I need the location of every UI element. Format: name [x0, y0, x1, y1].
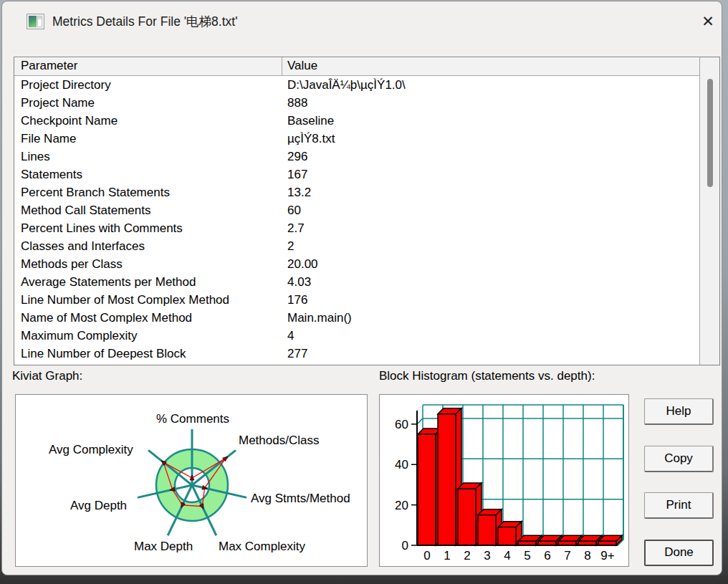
table-row[interactable]: File NameµçÌÝ8.txt — [14, 130, 700, 148]
value-cell: 20.00 — [282, 255, 700, 273]
kiviat-axis-label: Methods/Class — [239, 434, 319, 447]
param-cell: Method Call Statements — [14, 201, 282, 219]
value-cell: 4 — [282, 327, 700, 345]
window-title: Metrics Details For File '电梯8.txt' — [52, 1, 238, 42]
table-row[interactable]: Method Call Statements60 — [14, 201, 700, 219]
scrollbar-thumb[interactable] — [707, 79, 713, 187]
histogram-xtick-label: 1 — [444, 549, 450, 563]
histogram-xtick-label: 7 — [564, 549, 570, 563]
table-row[interactable]: Line Number of Deepest Block277 — [14, 345, 700, 363]
table-row[interactable]: Statements167 — [14, 166, 700, 183]
kiviat-axis-label: Avg Complexity — [49, 443, 133, 456]
kiviat-axis-label: % Comments — [156, 412, 229, 426]
value-cell: µçÌÝ8.txt — [282, 130, 700, 148]
column-header-value[interactable]: Value — [282, 57, 700, 75]
histogram-ytick-label: 0 — [402, 539, 408, 552]
table-body: Project DirectoryD:\JavaÎÄ¼þ\µçÌÝ1.0\Pro… — [14, 76, 700, 365]
print-button[interactable]: Print — [644, 492, 714, 519]
param-cell: Line Number of Deepest Block — [14, 345, 282, 363]
table-row[interactable]: Checkpoint NameBaseline — [14, 112, 700, 130]
param-cell: Methods per Class — [14, 255, 282, 273]
param-cell: Average Statements per Method — [14, 273, 282, 291]
value-cell: Main.main() — [282, 309, 700, 327]
histogram-xtick-label: 9+ — [600, 549, 614, 563]
table-row[interactable]: Line Number of Most Complex Method176 — [14, 291, 700, 309]
block-histogram-panel: 02040600123456789+ — [379, 394, 629, 567]
param-cell: Project Directory — [14, 76, 282, 94]
metrics-details-dialog: Metrics Details For File '电梯8.txt' ✕ Par… — [1, 1, 722, 575]
vertical-scrollbar[interactable] — [699, 57, 719, 365]
column-header-parameter[interactable]: Parameter — [14, 57, 282, 75]
histogram-ytick-label: 40 — [395, 458, 408, 471]
histogram-xtick-label: 2 — [464, 549, 470, 563]
param-cell: Name of Most Complex Method — [14, 309, 282, 327]
param-cell: Lines — [14, 148, 282, 166]
value-cell: Baseline — [282, 112, 700, 130]
table-row[interactable]: Percent Lines with Comments2.7 — [14, 219, 700, 237]
done-button[interactable]: Done — [644, 540, 714, 566]
table-row[interactable]: Lines296 — [14, 148, 700, 166]
app-icon-screen — [29, 16, 37, 27]
param-cell: Maximum Complexity — [14, 327, 282, 345]
kiviat-axis-label: Max Depth — [134, 540, 193, 553]
histogram-chart: 02040600123456789+ — [380, 395, 628, 566]
value-cell: 888 — [282, 94, 700, 112]
metrics-table: Parameter Value Project DirectoryD:\Java… — [14, 57, 720, 365]
param-cell: Line Number of Most Complex Method — [14, 291, 282, 309]
table-header: Parameter Value — [14, 57, 700, 76]
table-row[interactable]: Project Name888 — [14, 94, 700, 112]
histogram-ytick-label: 60 — [395, 418, 408, 431]
value-cell: 2 — [282, 237, 700, 255]
table-row[interactable]: Percent Branch Statements13.2 — [14, 183, 700, 201]
histogram-xtick-label: 4 — [504, 549, 510, 563]
table-row[interactable]: Methods per Class20.00 — [14, 255, 700, 273]
kiviat-axis-label: Max Complexity — [219, 540, 305, 553]
help-button[interactable]: Help — [644, 398, 714, 425]
table-row[interactable]: Average Statements per Method4.03 — [14, 273, 700, 291]
kiviat-axis-label: Avg Stmts/Method — [251, 492, 350, 505]
value-cell: 13.2 — [282, 183, 700, 201]
value-cell: D:\JavaÎÄ¼þ\µçÌÝ1.0\ — [282, 76, 700, 94]
block-histogram-label: Block Histogram (statements vs. depth): — [379, 369, 595, 383]
button-stack: HelpCopyPrintDone — [644, 398, 714, 566]
histogram-xtick-label: 3 — [484, 549, 490, 563]
app-icon — [27, 14, 44, 29]
param-cell: File Name — [14, 130, 282, 148]
histogram-xtick-label: 0 — [423, 549, 430, 563]
kiviat-axis-label: Avg Depth — [70, 499, 127, 512]
titlebar: Metrics Details For File '电梯8.txt' ✕ — [2, 1, 722, 42]
param-cell: Percent Lines with Comments — [14, 219, 282, 237]
value-cell: 4.03 — [282, 273, 700, 291]
histogram-xtick-label: 8 — [584, 549, 590, 563]
value-cell: 60 — [282, 201, 700, 219]
kiviat-graph-label: Kiviat Graph: — [12, 369, 82, 383]
value-cell: 176 — [282, 291, 700, 309]
param-cell: Classes and Interfaces — [14, 237, 282, 255]
value-cell: 167 — [282, 166, 700, 183]
histogram-xtick-label: 5 — [524, 549, 530, 563]
value-cell: 277 — [282, 345, 700, 363]
kiviat-chart: % CommentsMethods/ClassAvg Stmts/MethodM… — [16, 395, 367, 566]
table-row[interactable]: Name of Most Complex MethodMain.main() — [14, 309, 700, 327]
close-button[interactable]: ✕ — [694, 9, 722, 34]
table-row[interactable]: Classes and Interfaces2 — [14, 237, 700, 255]
kiviat-graph-panel: % CommentsMethods/ClassAvg Stmts/MethodM… — [15, 394, 368, 567]
table-row[interactable]: Project DirectoryD:\JavaÎÄ¼þ\µçÌÝ1.0\ — [14, 76, 700, 94]
histogram-ytick-label: 20 — [395, 499, 408, 512]
value-cell: 296 — [282, 148, 700, 166]
param-cell: Percent Branch Statements — [14, 183, 282, 201]
param-cell: Statements — [14, 166, 282, 183]
table-row[interactable]: Maximum Complexity4 — [14, 327, 700, 345]
param-cell: Checkpoint Name — [14, 112, 282, 130]
app-icon-sidebar — [37, 16, 42, 27]
copy-button[interactable]: Copy — [644, 446, 714, 472]
value-cell: 2.7 — [282, 219, 700, 237]
histogram-xtick-label: 6 — [544, 549, 550, 563]
param-cell: Project Name — [14, 94, 282, 112]
